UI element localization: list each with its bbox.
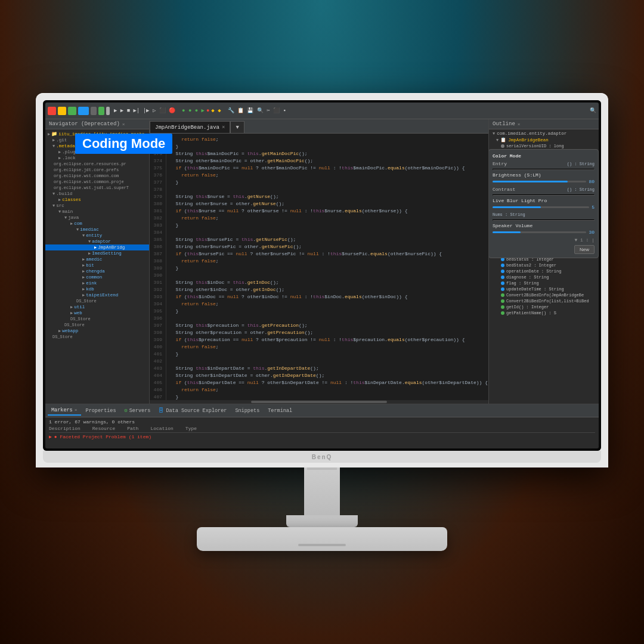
editor-tab-more[interactable]: ▼ [230, 121, 244, 133]
tab-datasource[interactable]: 🗄 Data Source Explorer [155, 407, 230, 415]
code-line: String other$inDoc = other.getInDoc(); [170, 286, 485, 293]
code-line [170, 186, 485, 193]
outline-tab-label: Outline [493, 121, 515, 127]
col-description: Description [49, 426, 80, 431]
code-line: String this$nursePic = this.getNursePic(… [170, 236, 485, 243]
outline-item[interactable]: ▼ com.imediac.entity.adaptor [489, 131, 599, 137]
code-line: if (this$precaution == null ? other$prec… [170, 336, 485, 343]
editor-tab-label: JmpAnBridgeBean.java [155, 125, 219, 131]
list-item[interactable]: ▶ amedic [45, 256, 149, 262]
list-item[interactable]: ▶ JmpAnBridg [45, 244, 149, 250]
brand-logo: BenQ [312, 454, 333, 460]
code-line: return false; [170, 215, 485, 222]
editor-tab-close[interactable]: × [222, 125, 225, 131]
entry-label: Entry [493, 161, 507, 166]
coding-mode-badge: Coding Mode [75, 134, 172, 154]
outline-item[interactable]: Convert2BiBedInfo(JmpAnBridgeBe [489, 292, 599, 298]
code-area[interactable]: return false; } String this$mainDocPic =… [166, 134, 488, 400]
tab-servers[interactable]: ⚙ Servers [121, 406, 154, 415]
list-item[interactable]: ▼ .build [45, 191, 149, 197]
list-item[interactable]: ▼ main [45, 209, 149, 215]
list-item[interactable]: ▶ .lock [45, 155, 149, 161]
tab-snippets[interactable]: Snippets [231, 407, 263, 415]
list-item: org.eclipse.core.resources.pr [45, 161, 149, 167]
code-line: if (this$mainDocPic == null ? other$main… [170, 165, 485, 172]
editor-tab-jmp[interactable]: JmpAnBridgeBean.java × [150, 121, 230, 133]
tab-servers-icon: ⚙ [125, 407, 128, 414]
speaker-value: 30 [589, 230, 595, 235]
code-line [170, 358, 485, 365]
list-item[interactable]: ▶ chengda [45, 268, 149, 274]
code-line: return false; [170, 258, 485, 265]
list-item[interactable]: ▶ eink [45, 280, 149, 286]
code-line: String other$inDepartDate = other.getInD… [170, 372, 485, 379]
outline-item[interactable]: getPatientName() : S [489, 310, 599, 316]
bottom-header-row: Description Resource Path Location Type [49, 426, 595, 433]
tab-terminal[interactable]: Terminal [264, 407, 296, 415]
code-line: } [170, 143, 485, 150]
list-item[interactable]: ▼ imediac [45, 227, 149, 233]
list-item[interactable]: ▶ web [45, 310, 149, 316]
code-line: return false; [170, 386, 485, 394]
list-item[interactable]: ▼ adaptor [45, 239, 149, 244]
col-path: Path [127, 426, 138, 431]
outline-item[interactable]: getId() : Integer [489, 304, 599, 310]
outline-item: bedStatus2 : Integer [489, 262, 599, 268]
entry-value: () : String [567, 162, 595, 166]
list-item[interactable]: ▼ src [45, 203, 149, 209]
outline-item[interactable]: Convert2BiBedInfo(list,list=BiBed [489, 298, 599, 304]
code-line: String this$nurse = this.getNurse(); [170, 193, 485, 200]
list-item[interactable]: ▶ common [45, 274, 149, 280]
nums-value: Nums : String [493, 212, 525, 217]
code-line: } [170, 308, 485, 315]
settings-title: Color Mode [493, 153, 595, 159]
list-item[interactable]: ▶ ImedSetting [45, 250, 149, 256]
tree-view: ▶ 📁 iitu_imediac [iitu_imediac maste ▶ .… [45, 129, 149, 404]
list-item[interactable]: ▶ taipeiExtend [45, 292, 149, 298]
outline-close-icon[interactable]: × [518, 122, 521, 127]
list-item[interactable]: ▼ entity [45, 233, 149, 239]
list-item[interactable]: ▶ kdb [45, 286, 149, 292]
ide-toolbar: ▶ ▶ ■ ▶| |▶ ▷ ⬛ 🔴 ● ● ● ▶ ● ◆ ◆ 🔧 📋 💾 🔍 … [45, 103, 599, 119]
col-resource: Resource [92, 426, 115, 431]
list-item[interactable]: ▶ classes [45, 197, 149, 203]
code-line: String this$mainDocPic = this.getMainDoc… [170, 150, 485, 157]
new-button[interactable]: New [574, 245, 595, 254]
code-line [170, 315, 485, 322]
horizontal-scrollbar[interactable] [150, 400, 488, 404]
filter-icon[interactable]: ▼ 1 ↕ | [574, 237, 595, 243]
tab-datasource-icon: 🗄 [159, 408, 164, 414]
editor-content: 3713723733743753763773783793803813823833… [150, 134, 488, 400]
tab-markers-close[interactable]: × [75, 407, 78, 413]
tab-properties[interactable]: Properties [82, 407, 120, 415]
error-row[interactable]: ▶ ● Faceted Project Problem (1 item) [49, 434, 595, 439]
list-item: org.eclipse.jdt.core.prefs [45, 167, 149, 173]
list-item[interactable]: ▶ util [45, 304, 149, 310]
monitor-stand-connector [286, 515, 358, 527]
brightness-slider[interactable] [493, 181, 586, 182]
outline-item[interactable]: ▼ 📋 JmpAnBridgeBean [489, 137, 599, 143]
bottom-tabs: Markers × Properties ⚙ Servers 🗄 Data [45, 404, 599, 417]
list-item[interactable]: ▶ com [45, 221, 149, 227]
list-item[interactable]: ▼ java [45, 215, 149, 221]
code-line: return false; [170, 136, 485, 143]
outline-item: serialVersionUID : long [489, 143, 599, 149]
tab-markers[interactable]: Markers × [48, 406, 81, 416]
outline-tab[interactable]: Outline × [489, 119, 599, 129]
list-item[interactable]: ▶ webapp [45, 328, 149, 334]
list-item: org.eclipse.wst.common.proje [45, 179, 149, 185]
navigator-close-icon[interactable]: × [122, 122, 125, 127]
list-item: DS_Store [45, 334, 149, 340]
live-blur-slider[interactable] [493, 206, 589, 208]
navigator-tab[interactable]: Navigator (Deprecated) × [45, 119, 149, 129]
monitor-chin: BenQ [43, 451, 601, 463]
col-type: Type [185, 426, 197, 431]
status-text: 1 error, 67 warnings, 0 others [49, 419, 595, 425]
code-line: if (this$inDoc == null ? other$inDoc != … [170, 293, 485, 301]
speaker-slider[interactable] [493, 231, 586, 233]
contrast-value: () : String [567, 187, 595, 192]
code-line [170, 229, 485, 236]
list-item[interactable]: ▶ bit [45, 262, 149, 268]
monitor-body: Coding Mode ▶ ▶ ■ ▶| |▶ ▷ ⬛ 🔴 ● ● ● ▶ ● [36, 93, 608, 467]
monitor-stand-neck [304, 467, 340, 515]
